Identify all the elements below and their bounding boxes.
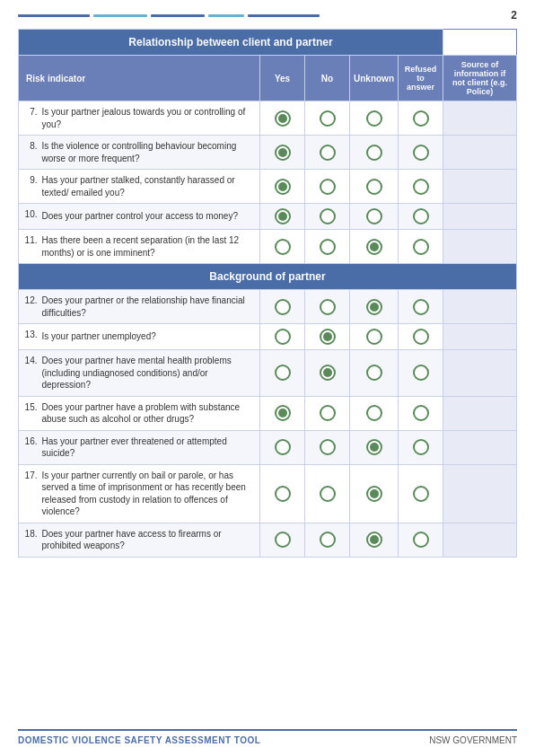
circle-indicator [366, 179, 382, 195]
top-line-4 [208, 14, 244, 17]
circle-indicator [320, 110, 336, 127]
table-row: 17.Is your partner currently on bail or … [19, 464, 517, 523]
yes-cell [260, 230, 305, 264]
question-number: 12. [19, 290, 40, 324]
source-cell [443, 430, 517, 464]
circle-indicator [275, 439, 291, 455]
question-number: 17. [19, 464, 40, 523]
circle-fill [278, 148, 287, 157]
circle-indicator [275, 365, 291, 381]
source-cell [443, 101, 517, 136]
circle-indicator [320, 365, 336, 381]
unknown-cell [350, 430, 399, 464]
refused-cell [399, 396, 443, 430]
refused-cell [399, 430, 443, 464]
question-number: 7. [19, 101, 40, 136]
circle-indicator [366, 439, 382, 455]
refused-cell [399, 290, 443, 324]
circle-indicator [320, 486, 336, 502]
circle-indicator [275, 329, 291, 345]
circle-fill [278, 182, 287, 191]
section2-header-row: Background of partner [19, 264, 517, 290]
refused-cell [399, 523, 443, 557]
source-cell [443, 464, 517, 523]
top-line-1 [18, 14, 90, 17]
yes-cell [260, 396, 305, 430]
question-text: Is your partner unemployed? [40, 324, 260, 350]
question-number: 15. [19, 396, 40, 430]
circle-fill [323, 368, 332, 377]
circle-indicator [320, 439, 336, 455]
yes-cell [260, 290, 305, 324]
circle-indicator [320, 299, 336, 315]
question-text: Has your partner ever threatened or atte… [40, 430, 260, 464]
yes-cell [260, 350, 305, 397]
section2-title: Background of partner [19, 264, 517, 290]
circle-indicator [275, 179, 291, 195]
source-cell [443, 324, 517, 350]
col-unknown: Unknown [350, 56, 399, 101]
source-cell [443, 170, 517, 204]
circle-indicator [275, 145, 291, 161]
unknown-cell [350, 324, 399, 350]
circle-fill [370, 242, 379, 251]
question-text: Does your partner or the relationship ha… [40, 290, 260, 324]
no-cell [305, 290, 350, 324]
top-line-2 [93, 14, 147, 17]
circle-indicator [413, 299, 429, 315]
circle-indicator [320, 179, 336, 195]
circle-indicator [366, 208, 382, 224]
circle-fill [370, 443, 379, 452]
circle-indicator [366, 365, 382, 381]
question-text: Is your partner jealous towards you or c… [40, 101, 260, 136]
question-number: 13. [19, 324, 40, 350]
circle-indicator [366, 486, 382, 502]
circle-indicator [320, 145, 336, 161]
circle-indicator [320, 532, 336, 548]
yes-cell [260, 170, 305, 204]
circle-indicator [320, 405, 336, 421]
circle-fill [370, 535, 379, 544]
no-cell [305, 523, 350, 557]
no-cell [305, 170, 350, 204]
refused-cell [399, 464, 443, 523]
circle-indicator [413, 486, 429, 502]
no-cell [305, 101, 350, 136]
source-cell [443, 204, 517, 230]
unknown-cell [350, 523, 399, 557]
table-row: 18.Does your partner have access to fire… [19, 523, 517, 557]
refused-cell [399, 350, 443, 397]
refused-cell [399, 136, 443, 170]
circle-indicator [413, 239, 429, 255]
circle-indicator [366, 145, 382, 161]
question-number: 9. [19, 170, 40, 204]
circle-indicator [413, 329, 429, 345]
circle-indicator [275, 486, 291, 502]
col-yes: Yes [260, 56, 305, 101]
col-no: No [305, 56, 350, 101]
question-text: Does your partner have a problem with su… [40, 396, 260, 430]
no-cell [305, 324, 350, 350]
circle-indicator [275, 532, 291, 548]
question-text: Does your partner have mental health pro… [40, 350, 260, 397]
circle-indicator [275, 239, 291, 255]
page: 2 Relationship between client and partne… [0, 0, 535, 756]
source-cell [443, 350, 517, 397]
footer: DOMESTIC VIOLENCE SAFETY ASSESSMENT TOOL… [18, 729, 517, 745]
unknown-cell [350, 204, 399, 230]
no-cell [305, 230, 350, 264]
unknown-cell [350, 101, 399, 136]
source-cell [443, 290, 517, 324]
no-cell [305, 204, 350, 230]
table-row: 8.Is the violence or controlling behavio… [19, 136, 517, 170]
top-line-5 [248, 14, 320, 17]
top-bar: 2 [18, 9, 517, 22]
no-cell [305, 430, 350, 464]
circle-fill [370, 489, 379, 498]
unknown-cell [350, 396, 399, 430]
yes-cell [260, 136, 305, 170]
circle-indicator [413, 532, 429, 548]
circle-indicator [366, 532, 382, 548]
circle-indicator [366, 405, 382, 421]
circle-indicator [275, 405, 291, 421]
